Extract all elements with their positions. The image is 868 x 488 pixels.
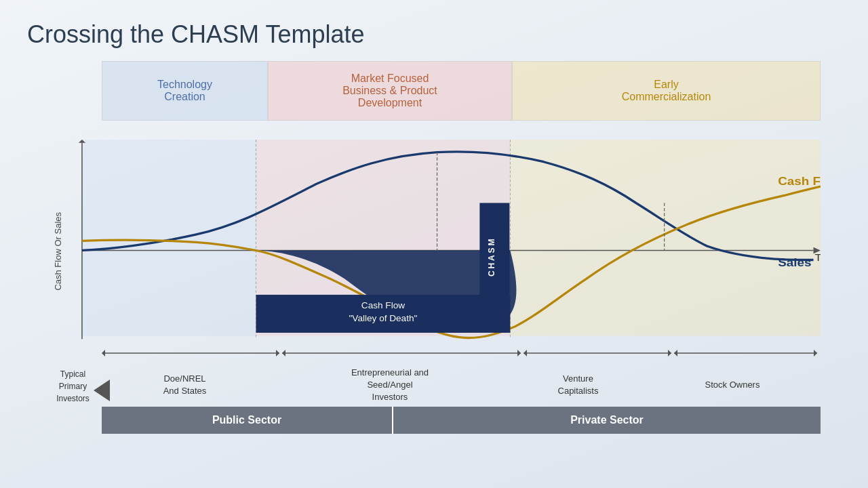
sector-private: Private Sector	[393, 407, 821, 434]
time-label: Time	[815, 252, 821, 263]
bottom-arrow-3-right	[668, 350, 671, 357]
cashflow-label: Cash Flow	[778, 175, 821, 188]
chart-container: Technology Creation Market Focused Busin…	[47, 61, 821, 461]
investor-stock: Stock Owners	[644, 365, 821, 405]
phase-technology-label: Technology Creation	[157, 79, 212, 103]
chasm-text: CHASM	[486, 237, 497, 277]
early-phase-bg	[510, 140, 821, 336]
investor-entrepreneurial: Entrepreneurial and Seed/Angel Investors	[268, 365, 512, 405]
page-title: Crossing the CHASM Template	[27, 20, 841, 49]
y-axis-label: Cash Flow Or Sales	[53, 212, 63, 291]
valley-text-2: "Valley of Death"	[349, 314, 418, 323]
sector-public: Public Sector	[102, 407, 393, 434]
phase-market: Market Focused Business & Product Develo…	[268, 61, 512, 121]
valley-text-1: Cash Flow	[361, 301, 406, 310]
bottom-arrow-4-right	[814, 350, 817, 357]
phase-market-label: Market Focused Business & Product Develo…	[342, 73, 437, 109]
phases-row: Technology Creation Market Focused Busin…	[102, 61, 821, 121]
bottom-arrow-4-left	[674, 350, 677, 357]
bottom-arrows-svg	[102, 344, 821, 363]
sales-label: Sales	[778, 256, 811, 269]
typical-investors-section: Typical Primary Investors	[47, 339, 98, 434]
bottom-arrow-1-left	[102, 350, 105, 357]
slide: Crossing the CHASM Template Technology C…	[0, 0, 868, 488]
bottom-arrow-2-left	[282, 350, 285, 357]
sector-row: Public Sector Private Sector	[102, 407, 821, 434]
tech-phase-bg	[82, 140, 256, 336]
bottom-arrow-2-right	[517, 350, 521, 357]
phase-technology: Technology Creation	[102, 61, 268, 121]
y-axis-label-container: Cash Flow Or Sales	[47, 140, 68, 363]
investor-vc: Venture Capitalists	[512, 365, 644, 405]
phase-early: Early Commercialization	[512, 61, 821, 121]
investor-doe: Doe/NREL And States	[102, 365, 268, 405]
investors-names-row: Doe/NREL And States Entrepreneurial and …	[102, 365, 821, 405]
phase-early-label: Early Commercialization	[622, 79, 711, 103]
bottom-arrow-3-left	[524, 350, 527, 357]
typical-investors-label: Typical Primary Investors	[47, 368, 98, 405]
bottom-arrow-1-right	[276, 350, 279, 357]
